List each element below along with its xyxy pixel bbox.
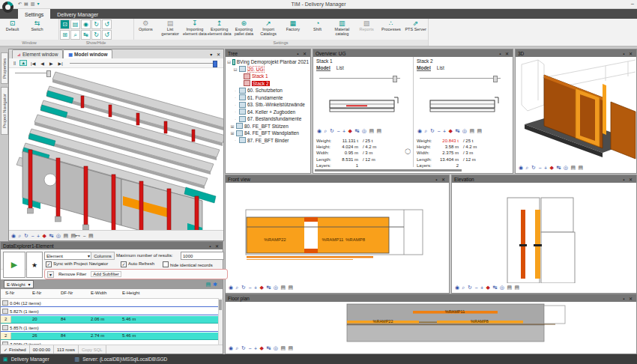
view-tool-icon[interactable]: ⌕ [19, 233, 22, 239]
showhide-toggle-pan-icon[interactable]: ↹ [81, 30, 91, 40]
view-tool-icon[interactable]: ↻ [531, 165, 536, 171]
view-tool-icon[interactable]: ↻ [468, 285, 472, 291]
view-tool-icon[interactable]: + [254, 285, 257, 291]
view-tool-icon[interactable]: ◆ [43, 233, 46, 239]
pin-icon[interactable]: ▪ [499, 52, 502, 56]
view-tool-icon[interactable]: ◉ [417, 128, 422, 134]
default-button[interactable]: ⊡ Default [0, 19, 25, 31]
col-e-height[interactable]: E-Height [122, 291, 139, 295]
showhide-toggle-zoom-icon[interactable]: ⌕ [70, 30, 80, 40]
view-tool-icon[interactable]: ◆ [260, 345, 264, 351]
importing-element-data-button[interactable]: ↧ Importing element data [183, 19, 208, 36]
view-tool-icon[interactable]: ◎ [462, 128, 467, 134]
tree-item-80[interactable]: ⊞ 80. FE_BFT Stützen [227, 123, 309, 130]
hide-identical-checkbox[interactable]: hide identical records [163, 261, 213, 267]
tree-item-61[interactable]: · 61. Fundamente [227, 94, 309, 102]
tree-item-60[interactable]: · 60. Schutzbeton [227, 87, 309, 94]
copy-sql-button[interactable]: Copy SQL [79, 345, 106, 354]
switch-button[interactable]: ⇆ Switch [25, 19, 49, 31]
close-icon[interactable]: ✕ [215, 244, 220, 249]
view-tool-icon[interactable]: ◎ [56, 233, 61, 239]
processes-button[interactable]: ∴ Processes [379, 19, 404, 31]
scroll-thumb[interactable] [219, 300, 222, 310]
view-tool-icon[interactable]: ⌕ [236, 285, 239, 291]
export-icon[interactable]: ▤ [206, 282, 214, 287]
showhide-toggle-rotate4-icon[interactable]: ↺ [102, 30, 112, 40]
tab-element-window[interactable]: ⊿ Element window [12, 49, 63, 58]
view-tool-icon[interactable]: ◆ [260, 285, 264, 291]
close-icon[interactable]: ✕ [629, 297, 634, 301]
entity-dropdown[interactable]: Element ▾ [44, 252, 92, 260]
pin-icon[interactable]: ▪ [435, 178, 438, 182]
view-tool-icon[interactable]: ↹ [354, 128, 359, 134]
view-tool-icon[interactable]: − [336, 129, 339, 134]
view-tool-icon[interactable]: ▤ [515, 285, 520, 291]
pin-icon[interactable]: ▪ [623, 52, 626, 56]
close-icon[interactable]: ✕ [629, 178, 634, 182]
exporting-pallet-data-button[interactable]: ⊛ Exporting pallet data [232, 19, 256, 36]
collapse-icon[interactable]: ⊟ [233, 67, 238, 72]
view-tool-icon[interactable]: − [248, 285, 251, 291]
tree-item-20-ug[interactable]: ⊟ 20. UG [227, 66, 309, 73]
view-tool-icon[interactable]: ▤ [289, 285, 294, 291]
view-tool-icon[interactable]: ↻ [430, 128, 435, 134]
expand-icon[interactable]: ⊞ [230, 124, 235, 129]
undo-icon[interactable]: ↶ [18, 1, 22, 6]
showhide-toggle-rotate3-icon[interactable]: ↻ [91, 30, 101, 40]
view-tool-icon[interactable]: ◉ [11, 233, 16, 239]
view-tool-icon[interactable]: ↹ [266, 345, 271, 351]
save-icon[interactable]: ▥ [31, 1, 35, 6]
view-tool-icon[interactable]: ⌕ [425, 128, 428, 134]
model-view-mode-button[interactable]: ▲ [19, 60, 27, 66]
customize-toolbar-icon[interactable]: ▾ [37, 1, 39, 6]
material-catalog-button[interactable]: ▥ Material catalog [330, 19, 354, 36]
view-tool-icon[interactable]: + [443, 129, 446, 134]
model-3d-canvas[interactable] [9, 67, 223, 238]
view-tool-icon[interactable]: ↹ [266, 285, 271, 291]
stack-2-zoom-slider[interactable] [420, 78, 501, 79]
table-row[interactable]: 2 26 84 2.74 m 5.46 m [1, 333, 218, 340]
timeline-slider[interactable] [70, 63, 217, 64]
stack-1-radio[interactable]: ◯ [405, 148, 411, 154]
import-catalogs-button[interactable]: ↗ Import Catalogs [256, 19, 281, 36]
close-icon[interactable]: ✕ [505, 52, 510, 56]
view-tool-icon[interactable]: ◉ [229, 285, 233, 291]
shift-button[interactable]: ◔ Shift [305, 19, 330, 31]
view-tool-icon[interactable]: ▤ [280, 345, 286, 351]
tree-item-84[interactable]: ⊞ 84. FE_BFT Wandplatten [227, 130, 309, 137]
view-tool-icon[interactable]: ⌕ [236, 345, 239, 351]
minus-icon[interactable]: − [83, 234, 86, 239]
view-tool-icon[interactable]: + [37, 234, 40, 239]
view-tool-icon[interactable]: ◎ [564, 165, 568, 171]
favorite-button[interactable]: ★ [26, 252, 43, 278]
view-tool-icon[interactable]: ▤ [469, 128, 474, 134]
view-tool-icon[interactable]: ◎ [274, 285, 278, 291]
threed-canvas[interactable] [516, 57, 636, 163]
view-tool-icon[interactable]: + [480, 285, 483, 291]
close-icon[interactable]: ✕ [441, 178, 447, 182]
col-e-width[interactable]: E-Width [91, 291, 106, 295]
view-tool-icon[interactable]: ◆ [550, 165, 554, 171]
close-icon[interactable]: ✕ [629, 52, 634, 56]
stack-2-preview[interactable] [417, 87, 511, 124]
options-button[interactable]: ⚙ Options [133, 19, 158, 31]
pin-icon[interactable]: ▪ [297, 52, 300, 56]
stack-2-slider-handle[interactable] [493, 76, 498, 82]
view-tool-icon[interactable]: − [248, 346, 251, 351]
pin-icon[interactable]: ▪ [623, 297, 626, 301]
view-tool-icon[interactable]: ↻ [241, 345, 246, 351]
view-tool-icon[interactable]: − [538, 166, 541, 171]
close-icon[interactable]: ✕ [217, 52, 222, 57]
remove-filter-button[interactable]: Remove Filter [58, 272, 86, 276]
view-tool-icon[interactable]: ↹ [49, 233, 53, 239]
view-tool-icon[interactable]: + [342, 129, 345, 134]
view-tool-icon[interactable]: ◉ [229, 345, 233, 351]
stack-1-slider-handle[interactable] [393, 76, 397, 82]
expand-icon[interactable]: ⊞ [230, 130, 235, 136]
group-row[interactable]: 5.857t (1 item) [1, 324, 218, 332]
tree-item-87[interactable]: · 87. FE_BFT Binder [227, 137, 309, 145]
columns-button[interactable]: Columns [91, 252, 115, 260]
col-e-nr[interactable]: E-Nr [32, 291, 41, 295]
view-tool-icon[interactable]: ◉ [455, 285, 459, 291]
tree-item-67[interactable]: · 67. Bestandsfundamente [227, 115, 309, 123]
